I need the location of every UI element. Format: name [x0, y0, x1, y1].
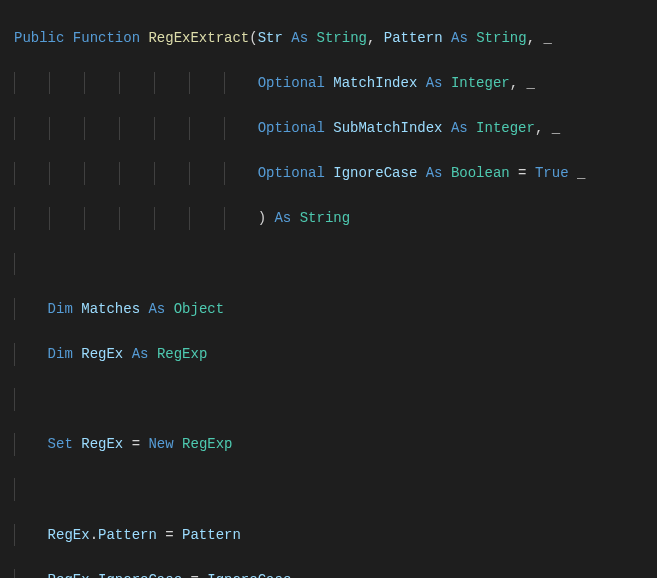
- comma: ,: [527, 30, 544, 46]
- line-continuation: _: [527, 75, 535, 91]
- keyword-as: As: [291, 30, 308, 46]
- code-line: ) As String: [14, 207, 657, 230]
- type: RegExp: [157, 346, 207, 362]
- line-continuation: _: [577, 165, 585, 181]
- indent: [14, 436, 48, 452]
- param: SubMatchIndex: [333, 120, 442, 136]
- keyword-as: As: [148, 301, 165, 317]
- blank-line: [14, 253, 657, 276]
- dot: .: [90, 527, 98, 543]
- code-line: RegEx.Pattern = Pattern: [14, 524, 657, 547]
- keyword-as: As: [274, 210, 291, 226]
- param: Str: [258, 30, 283, 46]
- variable: Pattern: [182, 527, 241, 543]
- indent: [14, 210, 258, 226]
- param: IgnoreCase: [333, 165, 417, 181]
- code-line: Set RegEx = New RegExp: [14, 433, 657, 456]
- paren-open: (: [249, 30, 257, 46]
- keyword-dim: Dim: [48, 346, 73, 362]
- indent: [14, 301, 48, 317]
- keyword-true: True: [535, 165, 569, 181]
- keyword-new: New: [148, 436, 173, 452]
- keyword-dim: Dim: [48, 301, 73, 317]
- object: RegEx: [48, 527, 90, 543]
- code-line: Optional SubMatchIndex As Integer, _: [14, 117, 657, 140]
- type: Integer: [451, 75, 510, 91]
- keyword-optional: Optional: [258, 75, 325, 91]
- property: IgnoreCase: [98, 572, 182, 578]
- param: MatchIndex: [333, 75, 417, 91]
- type: Boolean: [451, 165, 510, 181]
- keyword-function: Function: [73, 30, 140, 46]
- keyword-public: Public: [14, 30, 64, 46]
- indent: [14, 75, 258, 91]
- code-line: Public Function RegExExtract(Str As Stri…: [14, 27, 657, 50]
- space: [174, 436, 182, 452]
- indent: [14, 120, 258, 136]
- dot: .: [90, 572, 98, 578]
- type: RegExp: [182, 436, 232, 452]
- keyword-as: As: [132, 346, 149, 362]
- line-continuation: _: [543, 30, 551, 46]
- keyword-as: As: [426, 165, 443, 181]
- blank-line: [14, 388, 657, 411]
- type: String: [476, 30, 526, 46]
- keyword-as: As: [451, 120, 468, 136]
- variable: IgnoreCase: [207, 572, 291, 578]
- indent: [14, 527, 48, 543]
- param: Pattern: [384, 30, 443, 46]
- code-line: Optional IgnoreCase As Boolean = True _: [14, 162, 657, 185]
- keyword-optional: Optional: [258, 165, 325, 181]
- space: [148, 346, 156, 362]
- paren-close: ): [258, 210, 275, 226]
- indent: [14, 346, 48, 362]
- space: [123, 346, 131, 362]
- code-editor[interactable]: Public Function RegExExtract(Str As Stri…: [0, 0, 657, 578]
- keyword-set: Set: [48, 436, 73, 452]
- equals: =: [123, 436, 148, 452]
- type: Integer: [476, 120, 535, 136]
- blank-line: [14, 478, 657, 501]
- function-name: RegExExtract: [148, 30, 249, 46]
- space: [73, 346, 81, 362]
- space: [569, 165, 577, 181]
- comma: ,: [510, 75, 527, 91]
- code-line: Optional MatchIndex As Integer, _: [14, 72, 657, 95]
- type: Object: [174, 301, 224, 317]
- type: String: [317, 30, 367, 46]
- object: RegEx: [48, 572, 90, 578]
- space: [73, 301, 81, 317]
- type: String: [300, 210, 350, 226]
- variable: RegEx: [81, 346, 123, 362]
- comma: ,: [535, 120, 552, 136]
- indent: [14, 572, 48, 578]
- variable: RegEx: [81, 436, 123, 452]
- code-line: RegEx.IgnoreCase = IgnoreCase: [14, 569, 657, 578]
- keyword-as: As: [451, 30, 468, 46]
- code-line: Dim RegEx As RegExp: [14, 343, 657, 366]
- equals: =: [182, 572, 207, 578]
- keyword-as: As: [426, 75, 443, 91]
- space: [73, 436, 81, 452]
- space: [165, 301, 173, 317]
- equals: =: [157, 527, 182, 543]
- variable: Matches: [81, 301, 140, 317]
- property: Pattern: [98, 527, 157, 543]
- comma: ,: [367, 30, 384, 46]
- equals: =: [510, 165, 535, 181]
- line-continuation: _: [552, 120, 560, 136]
- space: [291, 210, 299, 226]
- code-line: Dim Matches As Object: [14, 298, 657, 321]
- indent: [14, 165, 258, 181]
- keyword-optional: Optional: [258, 120, 325, 136]
